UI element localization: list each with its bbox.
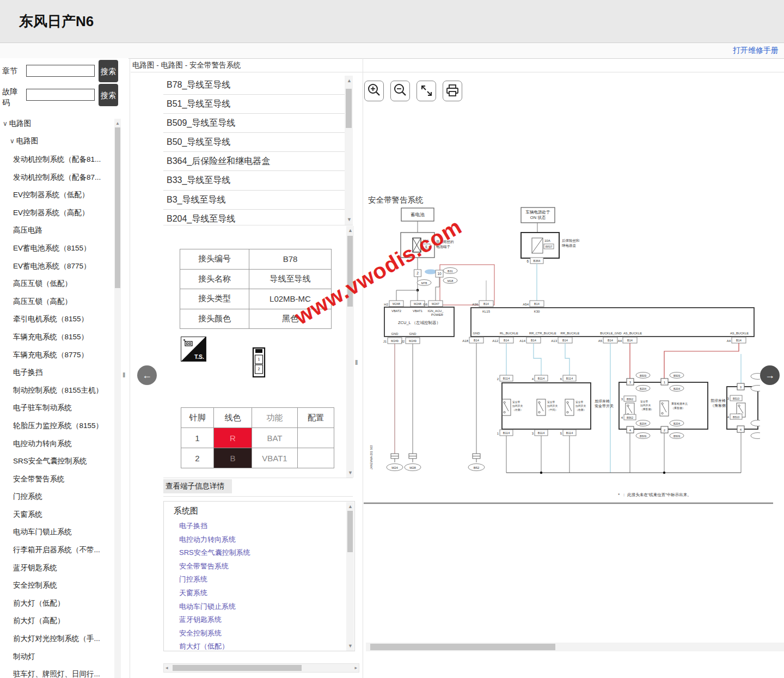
svg-text:2: 2 (416, 271, 419, 275)
connector-list-scrollbar[interactable]: ▲ ▼ (345, 76, 353, 225)
tree-item[interactable]: 门控系统 (0, 488, 112, 506)
tree-item[interactable]: 蓝牙钥匙系统 (0, 559, 112, 577)
tree-item[interactable]: 前大灯对光控制系统（手... (0, 630, 112, 648)
tree-item[interactable]: 前大灯（低配） (0, 595, 112, 613)
tree-item[interactable]: 安全控制系统 (0, 577, 112, 595)
connector-list-item[interactable]: B509_导线至导线 (163, 114, 345, 133)
scroll-up-icon[interactable]: ▲ (348, 228, 353, 233)
system-link[interactable]: 电子换挡 (179, 520, 250, 533)
diagram-h-scroll-thumb[interactable] (370, 644, 555, 650)
tree-item[interactable]: 电子驻车制动系统 (0, 399, 112, 417)
tree-child-circuit-diagrams[interactable]: ∨电路图 (10, 136, 38, 146)
scroll-left-icon[interactable]: ◂ (166, 665, 168, 670)
connector-list-item[interactable]: B78_导线至导线 (163, 76, 345, 95)
expand-right-button[interactable]: → (760, 365, 780, 385)
system-link[interactable]: 安全带警告系统 (179, 560, 250, 573)
open-manual-link[interactable]: 打开维修手册 (733, 46, 779, 56)
tree-root-circuit-diagrams[interactable]: ∨电路图 (3, 119, 31, 129)
connector-list-item[interactable]: B204_导线至导线 (163, 210, 345, 225)
svg-text:5: 5 (560, 432, 562, 435)
svg-text:AS_BUCKLE: AS_BUCKLE (730, 332, 749, 335)
connector-list-item[interactable]: B50_导线至导线 (163, 133, 345, 152)
svg-text:A14: A14 (519, 339, 525, 343)
collapse-left-button[interactable]: ← (137, 365, 157, 385)
zoom-out-button[interactable] (390, 81, 410, 101)
connector-list-item[interactable]: B51_导线至导线 (163, 95, 345, 114)
middle-h-scroll-thumb[interactable] (173, 665, 302, 671)
tree-item[interactable]: 前大灯（高配） (0, 612, 112, 630)
tree-item[interactable]: 高压互锁（高配） (0, 293, 112, 311)
system-link[interactable]: 安全控制系统 (179, 627, 250, 640)
tree-item[interactable]: 高压互锁（低配） (0, 275, 112, 293)
svg-text:前排座椅: 前排座椅 (710, 399, 726, 402)
tree-item[interactable]: 牵引电机系统（8155） (0, 310, 112, 328)
tree-item[interactable]: 高压电路 (0, 222, 112, 240)
inline-connector-b31-m18: 10 B31 M18 (436, 265, 494, 305)
scroll-up-icon[interactable]: ▲ (115, 121, 120, 126)
tree-item[interactable]: 发动机控制系统（配备87... (0, 169, 112, 187)
tree-item[interactable]: 电子换挡 (0, 364, 112, 382)
tree-item[interactable]: 发动机控制系统（配备81... (0, 151, 112, 169)
system-scroll-thumb[interactable] (347, 511, 353, 552)
tree-item-selected[interactable]: 安全带警告系统 (0, 471, 112, 488)
scroll-down-icon[interactable]: ▼ (348, 471, 353, 475)
system-link[interactable]: 电动车门锁止系统 (179, 600, 250, 614)
system-link[interactable]: 门控系统 (179, 573, 250, 587)
tree-item[interactable]: 行李箱开启器系统（不带... (0, 541, 112, 559)
connector-list-item[interactable]: B364_后保险丝和继电器盒 (163, 152, 345, 171)
tree-item[interactable]: 电控动力转向系统 (0, 435, 112, 453)
fault-code-search-button[interactable]: 搜索 (99, 84, 118, 106)
chapter-search-button[interactable]: 搜索 (99, 60, 118, 82)
system-panel-scrollbar[interactable]: ▲ ▼ (346, 502, 354, 651)
scroll-up-icon[interactable]: ▲ (348, 504, 353, 509)
system-link[interactable]: 前大灯（低配） (179, 640, 250, 653)
diagram-h-scrollbar[interactable] (366, 643, 784, 651)
tree-item[interactable]: 制动灯 (0, 648, 112, 666)
tree-item[interactable]: EV蓄电池系统（8155） (0, 240, 112, 258)
tree-item[interactable]: 轮胎压力监控系统（8155） (0, 417, 112, 435)
tree-item[interactable]: EV控制器系统（低配） (0, 186, 112, 204)
middle-h-scrollbar[interactable]: ◂ ▸ (163, 663, 359, 673)
tree-item[interactable]: SRS安全气囊控制系统 (0, 453, 112, 471)
svg-text:B204: B204 (640, 422, 646, 425)
scroll-down-icon[interactable]: ▼ (347, 217, 352, 222)
sidebar-scrollbar[interactable]: ▲ (114, 119, 121, 678)
tree-item[interactable]: EV蓄电池系统（8775） (0, 258, 112, 276)
connector-list-item[interactable]: B33_导线至导线 (163, 171, 345, 190)
svg-text:GND: GND (391, 332, 399, 335)
tree-item[interactable]: 车辆充电系统（8775） (0, 346, 112, 364)
system-link[interactable]: SRS安全气囊控制系统 (179, 546, 250, 560)
wiring-diagram-canvas[interactable]: 安全带警告系统 蓄电池 80A E 带易熔丝的 电池端子 2 M78 10 B3… (364, 188, 776, 506)
chapter-search-input[interactable] (26, 65, 95, 77)
system-link[interactable]: 天窗系统 (179, 587, 250, 600)
fullscreen-button[interactable] (416, 81, 436, 101)
left-splitter-handle[interactable]: ‖ (122, 371, 125, 379)
tree-item[interactable]: 车辆充电系统（8155） (0, 328, 112, 346)
terminal-info-link[interactable]: 查看端子信息详情 (163, 479, 232, 493)
detail-value: 黑色 (249, 309, 332, 329)
svg-text:BUCKLE_GND: BUCKLE_GND (600, 332, 621, 335)
svg-text:M78: M78 (421, 282, 427, 285)
svg-text:RF07: RF07 (546, 245, 553, 248)
scroll-right-icon[interactable]: ▸ (354, 665, 357, 670)
tree-item[interactable]: 制动控制系统（8155主机） (0, 382, 112, 400)
connector-list-scroll-thumb[interactable] (346, 89, 352, 128)
tree-item[interactable]: 电动车门锁止系统 (0, 523, 112, 541)
svg-text:后排座椅: 后排座椅 (595, 399, 610, 404)
connector-list-item[interactable]: B3_导线至导线 (163, 191, 345, 210)
system-link[interactable]: 蓝牙钥匙系统 (179, 613, 250, 627)
tree-item[interactable]: 天窗系统 (0, 506, 112, 524)
svg-text:B52: B52 (474, 466, 480, 469)
scroll-up-icon[interactable]: ▲ (347, 78, 352, 83)
detail-scroll-thumb[interactable] (347, 236, 353, 307)
sidebar-scroll-thumb[interactable] (115, 127, 120, 288)
tree-item[interactable]: EV控制器系统（高配） (0, 204, 112, 222)
right-splitter-handle[interactable]: ‖ (355, 358, 358, 367)
detail-scrollbar[interactable]: ▲ ▼ (346, 226, 354, 478)
fault-code-search-input[interactable] (26, 89, 95, 101)
zoom-in-button[interactable] (364, 81, 384, 101)
tree-item[interactable]: 驻车灯、牌照灯、日间行... (0, 665, 112, 678)
print-button[interactable] (443, 81, 462, 101)
system-link[interactable]: 电控动力转向系统 (179, 533, 250, 547)
scroll-down-icon[interactable]: ▼ (348, 644, 353, 649)
